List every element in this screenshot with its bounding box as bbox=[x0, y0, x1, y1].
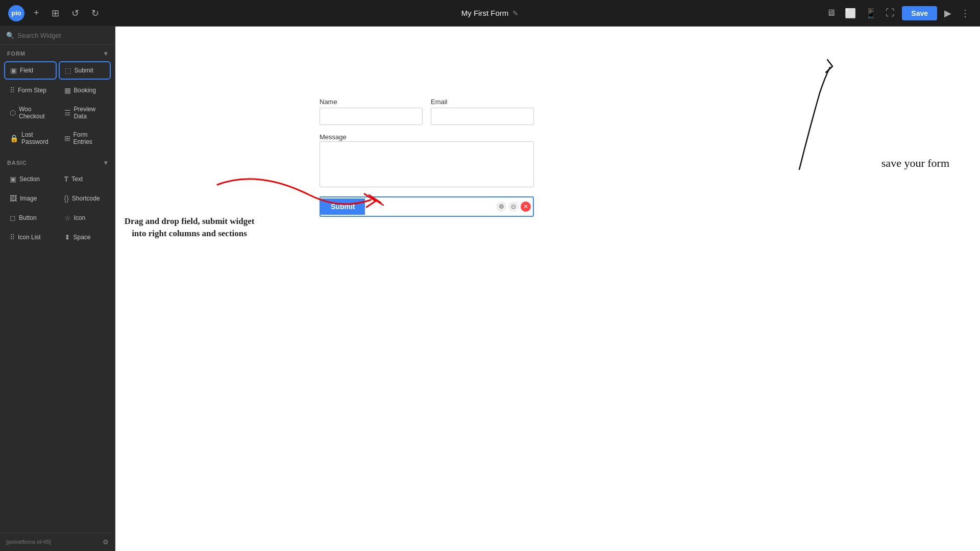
widget-button-label: Button bbox=[19, 214, 37, 221]
search-widget-container: 🔍 bbox=[0, 27, 115, 45]
desktop-view-icon[interactable]: 🖥 bbox=[824, 6, 838, 20]
form-section-chevron[interactable]: ▾ bbox=[104, 50, 108, 57]
drag-drop-annotation: Drag and drop field, submit widget into … bbox=[123, 215, 256, 240]
basic-section-label: BASIC bbox=[7, 160, 27, 166]
preview-data-icon: ☰ bbox=[64, 109, 71, 117]
undo-button[interactable]: ↺ bbox=[68, 6, 82, 21]
play-icon[interactable]: ▶ bbox=[942, 6, 953, 21]
woo-checkout-icon: ⬡ bbox=[10, 109, 16, 117]
lost-password-icon: 🔒 bbox=[10, 134, 18, 142]
widget-woo-checkout-label: Woo Checkout bbox=[19, 106, 51, 120]
name-input[interactable] bbox=[320, 108, 423, 125]
widget-preview-data-label: Preview Data bbox=[74, 106, 106, 120]
widget-space-label: Space bbox=[74, 234, 91, 241]
widget-form-step[interactable]: ⠿ Form Step bbox=[4, 82, 57, 99]
widget-icon-label: Icon bbox=[74, 214, 86, 221]
form-section-header: FORM ▾ bbox=[0, 45, 115, 61]
widget-lost-password[interactable]: 🔒 Lost Password bbox=[4, 127, 57, 150]
email-field-group: Email bbox=[431, 98, 534, 125]
email-input[interactable] bbox=[431, 108, 534, 125]
topbar-right: 🖥 ⬜ 📱 ⛶ Save ▶ ⋮ bbox=[824, 6, 972, 21]
widget-icon-list-label: Icon List bbox=[18, 234, 41, 241]
shortcode-icon: {} bbox=[64, 194, 69, 203]
section-icon: ▣ bbox=[10, 175, 16, 183]
message-textarea[interactable] bbox=[320, 141, 534, 187]
search-icon: 🔍 bbox=[6, 32, 14, 39]
form-name-email-row: Name Email bbox=[320, 98, 534, 125]
edit-title-icon[interactable]: ✎ bbox=[512, 9, 519, 17]
form-section-label: FORM bbox=[7, 51, 26, 57]
widget-woo-checkout[interactable]: ⬡ Woo Checkout bbox=[4, 101, 57, 124]
form-step-icon: ⠿ bbox=[10, 86, 15, 94]
submit-duplicate-icon[interactable]: ⊙ bbox=[508, 202, 519, 212]
basic-section-header: BASIC ▾ bbox=[0, 154, 115, 170]
widget-image-label: Image bbox=[20, 195, 37, 202]
widget-shortcode-label: Shortcode bbox=[72, 195, 100, 202]
widget-lost-password-label: Lost Password bbox=[21, 131, 51, 145]
form-entries-icon: ⊞ bbox=[64, 134, 70, 142]
search-input[interactable] bbox=[17, 32, 109, 39]
form-preview: Name Email Message Submit ⚙ bbox=[320, 98, 534, 217]
widget-space[interactable]: ⬍ Space bbox=[59, 229, 111, 246]
widget-section-label: Section bbox=[19, 176, 40, 183]
widget-field-label: Field bbox=[20, 67, 33, 74]
layers-button[interactable]: ⊞ bbox=[48, 6, 62, 21]
submit-button[interactable]: Submit bbox=[321, 198, 365, 215]
widget-booking[interactable]: ▦ Booking bbox=[59, 82, 111, 99]
widget-icon-list[interactable]: ⠿ Icon List bbox=[4, 229, 57, 246]
widget-form-entries[interactable]: ⊞ Form Entries bbox=[59, 127, 111, 150]
canvas-area: Name Email Message Submit ⚙ bbox=[115, 27, 980, 551]
widget-form-entries-label: Form Entries bbox=[74, 131, 106, 145]
sidebar-bottom-bar: [piotnetforms id=65] ⚙ bbox=[0, 533, 115, 551]
email-label: Email bbox=[431, 98, 534, 106]
image-icon: 🖼 bbox=[10, 194, 17, 203]
phone-view-icon[interactable]: 📱 bbox=[863, 6, 878, 21]
topbar-left: pio + ⊞ ↺ ↻ bbox=[8, 5, 102, 21]
booking-icon: ▦ bbox=[64, 86, 71, 94]
save-form-annotation: save your form bbox=[881, 157, 949, 170]
widget-shortcode[interactable]: {} Shortcode bbox=[59, 190, 111, 207]
submit-row: Submit ⚙ ⊙ ✕ bbox=[320, 196, 534, 217]
message-label: Message bbox=[320, 133, 347, 141]
widget-section[interactable]: ▣ Section bbox=[4, 170, 57, 188]
space-icon: ⬍ bbox=[64, 233, 70, 241]
widget-form-step-label: Form Step bbox=[18, 87, 46, 94]
widget-button[interactable]: ◻ Button bbox=[4, 209, 57, 227]
topbar: pio + ⊞ ↺ ↻ My First Form ✎ 🖥 ⬜ 📱 ⛶ Save… bbox=[0, 0, 980, 27]
icon-icon: ☆ bbox=[64, 214, 71, 222]
sidebar: 🔍 FORM ▾ ▣ Field ⬚ Submit ⠿ Form Step ▦ bbox=[0, 27, 115, 551]
submit-delete-icon[interactable]: ✕ bbox=[521, 202, 531, 212]
widget-field[interactable]: ▣ Field bbox=[4, 61, 57, 80]
text-icon: T bbox=[64, 175, 69, 183]
more-options-icon[interactable]: ⋮ bbox=[959, 6, 972, 21]
svg-annotations bbox=[115, 27, 980, 551]
save-button[interactable]: Save bbox=[902, 6, 937, 20]
submit-icon: ⬚ bbox=[65, 66, 71, 74]
widget-booking-label: Booking bbox=[74, 87, 96, 94]
tablet-view-icon[interactable]: ⬜ bbox=[843, 6, 858, 21]
shortcode-display: [piotnetforms id=65] bbox=[6, 539, 51, 545]
widget-icon[interactable]: ☆ Icon bbox=[59, 209, 111, 227]
widget-image[interactable]: 🖼 Image bbox=[4, 190, 57, 207]
page-title: My First Form bbox=[461, 9, 508, 17]
widget-submit-label: Submit bbox=[75, 67, 93, 74]
canvas-inner: Name Email Message Submit ⚙ bbox=[115, 27, 980, 551]
form-widget-grid: ▣ Field ⬚ Submit ⠿ Form Step ▦ Booking ⬡… bbox=[0, 61, 115, 154]
add-button[interactable]: + bbox=[31, 6, 42, 20]
name-field-group: Name bbox=[320, 98, 423, 125]
widget-text[interactable]: T Text bbox=[59, 170, 111, 188]
submit-controls: ⚙ ⊙ ✕ bbox=[496, 202, 531, 212]
widget-text-label: Text bbox=[71, 176, 83, 183]
sidebar-settings-icon[interactable]: ⚙ bbox=[103, 538, 109, 546]
widget-submit[interactable]: ⬚ Submit bbox=[59, 61, 111, 80]
basic-widget-grid: ▣ Section T Text 🖼 Image {} Shortcode ◻ … bbox=[0, 170, 115, 250]
button-icon: ◻ bbox=[10, 214, 16, 222]
basic-section-chevron[interactable]: ▾ bbox=[104, 159, 108, 166]
expand-view-icon[interactable]: ⛶ bbox=[884, 6, 897, 20]
icon-list-icon: ⠿ bbox=[10, 233, 15, 241]
main-layout: 🔍 FORM ▾ ▣ Field ⬚ Submit ⠿ Form Step ▦ bbox=[0, 27, 980, 551]
widget-preview-data[interactable]: ☰ Preview Data bbox=[59, 101, 111, 124]
name-label: Name bbox=[320, 98, 423, 106]
redo-button[interactable]: ↻ bbox=[88, 6, 102, 21]
submit-settings-icon[interactable]: ⚙ bbox=[496, 202, 506, 212]
